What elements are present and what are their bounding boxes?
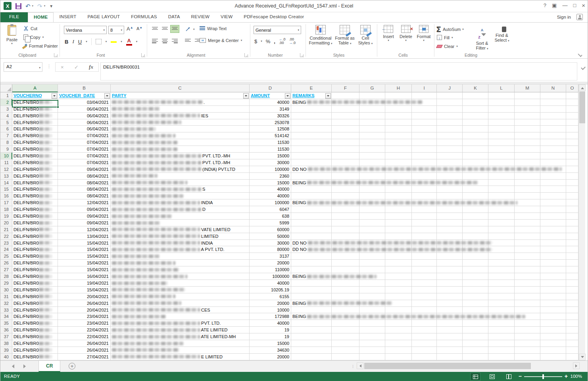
cell-O10[interactable]: [566, 153, 578, 159]
row-header-15[interactable]: 15: [0, 186, 12, 193]
cell-K13[interactable]: [463, 173, 488, 180]
cell-N33[interactable]: [540, 307, 566, 314]
cell-K21[interactable]: [463, 226, 488, 233]
row-header-31[interactable]: 31: [0, 293, 12, 300]
cell-A40[interactable]: DEL/FN/BR0: [12, 354, 58, 360]
cell-H19[interactable]: [385, 213, 412, 220]
column-header-B[interactable]: B: [58, 84, 111, 92]
cell-A4[interactable]: DEL/FN/BR0: [12, 113, 58, 119]
cell-M32[interactable]: [515, 300, 540, 307]
cell-E36[interactable]: [291, 327, 332, 333]
cell-B17[interactable]: 12/04/2021: [58, 199, 111, 206]
row-header-10[interactable]: 10: [0, 153, 12, 159]
cell-A12[interactable]: DEL/FN/BR0: [12, 166, 58, 173]
row-header-9[interactable]: 9: [0, 146, 12, 153]
filter-dropdown-remarks[interactable]: [325, 93, 331, 99]
cell-J3[interactable]: [437, 106, 463, 113]
cell-G3[interactable]: [359, 106, 385, 113]
cell-O1[interactable]: [566, 92, 578, 99]
cell-F4[interactable]: [332, 113, 359, 119]
filter-dropdown-amount[interactable]: [285, 93, 290, 99]
row-header-4[interactable]: 4: [0, 113, 12, 119]
cell-B12[interactable]: 09/04/2021: [58, 166, 111, 173]
cell-L16[interactable]: [488, 193, 515, 199]
cell-L20[interactable]: [488, 220, 515, 226]
column-header-J[interactable]: J: [437, 84, 463, 92]
cell-J28[interactable]: [437, 273, 463, 280]
cell-H27[interactable]: [385, 266, 412, 273]
cell-N6[interactable]: [540, 126, 566, 132]
cell-E25[interactable]: [291, 253, 332, 260]
cell-J32[interactable]: [437, 300, 463, 307]
cell-C37[interactable]: ATE LIMITED-MH: [111, 333, 250, 340]
cell-M22[interactable]: [515, 233, 540, 240]
cell-M2[interactable]: [515, 99, 540, 106]
row-header-1[interactable]: 1: [0, 92, 12, 99]
cell-A28[interactable]: DEL/FN/BR0: [12, 273, 58, 280]
cell-A11[interactable]: DEL/FN/BR0: [12, 159, 58, 166]
cell-B33[interactable]: 20/04/2021: [58, 307, 111, 314]
cell-I22[interactable]: [412, 233, 437, 240]
cell-K9[interactable]: [463, 146, 488, 153]
row-header-17[interactable]: 17: [0, 199, 12, 206]
cell-E33[interactable]: [291, 307, 332, 314]
cell-M11[interactable]: [515, 159, 540, 166]
cell-A3[interactable]: DEL/FN/BR0: [12, 106, 58, 113]
underline-dropdown-icon[interactable]: ▾: [86, 40, 87, 43]
cell-C19[interactable]: [111, 213, 250, 220]
cell-B36[interactable]: 22/04/2021: [58, 327, 111, 333]
comma-style-button[interactable]: ,: [274, 38, 275, 44]
sort-filter-button[interactable]: AZ Sort &Filter ▾: [473, 26, 492, 51]
cell-G20[interactable]: [359, 220, 385, 226]
cell-E37[interactable]: [291, 333, 332, 340]
cell-I37[interactable]: [412, 333, 437, 340]
cell-F5[interactable]: [332, 119, 359, 126]
cell-O15[interactable]: [566, 186, 578, 193]
cell-C38[interactable]: [111, 340, 250, 347]
cell-A14[interactable]: DEL/FN/BR0: [12, 180, 58, 186]
font-dialog-launcher[interactable]: [141, 53, 145, 57]
cell-O29[interactable]: [566, 280, 578, 287]
cell-O39[interactable]: [566, 347, 578, 354]
cell-B19[interactable]: 09/04/2021: [58, 213, 111, 220]
cell-G9[interactable]: [359, 146, 385, 153]
cell-E15[interactable]: [291, 186, 332, 193]
cell-C23[interactable]: INDIA: [111, 240, 250, 247]
cell-E35[interactable]: [291, 320, 332, 327]
cell-C22[interactable]: LIMITED: [111, 233, 250, 240]
cell-M18[interactable]: [515, 206, 540, 213]
cell-K22[interactable]: [463, 233, 488, 240]
cell-D28[interactable]: 1000000: [250, 273, 291, 280]
cell-N5[interactable]: [540, 119, 566, 126]
cell-H40[interactable]: [385, 354, 412, 360]
cell-A22[interactable]: DEL/FN/BR0: [12, 233, 58, 240]
new-sheet-button[interactable]: +: [69, 363, 75, 370]
cell-A39[interactable]: DEL/FN/BR0: [12, 347, 58, 354]
cell-J20[interactable]: [437, 220, 463, 226]
cell-D16[interactable]: 40000: [250, 193, 291, 199]
cell-N26[interactable]: [540, 260, 566, 266]
cell-D9[interactable]: 11530: [250, 146, 291, 153]
cell-O4[interactable]: [566, 113, 578, 119]
cell-K25[interactable]: [463, 253, 488, 260]
cell-C20[interactable]: [111, 220, 250, 226]
cell-E10[interactable]: [291, 153, 332, 159]
cell-A6[interactable]: DEL/FN/BR0: [12, 126, 58, 132]
cell-H26[interactable]: [385, 260, 412, 266]
cell-G19[interactable]: [359, 213, 385, 220]
cell-J4[interactable]: [437, 113, 463, 119]
cell-M20[interactable]: [515, 220, 540, 226]
cell-I21[interactable]: [412, 226, 437, 233]
ribbon-tab-insert[interactable]: INSERT: [54, 12, 82, 22]
zoom-in-button[interactable]: +: [565, 373, 568, 379]
cell-G6[interactable]: [359, 126, 385, 132]
cell-K28[interactable]: [463, 273, 488, 280]
cell-I9[interactable]: [412, 146, 437, 153]
align-center-button[interactable]: [160, 37, 169, 45]
cell-L26[interactable]: [488, 260, 515, 266]
cell-C30[interactable]: [111, 287, 250, 293]
cell-J9[interactable]: [437, 146, 463, 153]
cell-L32[interactable]: [488, 300, 515, 307]
increase-decimal-button[interactable]: ←.0.00: [279, 38, 286, 45]
filter-dropdown-party[interactable]: [243, 93, 249, 99]
